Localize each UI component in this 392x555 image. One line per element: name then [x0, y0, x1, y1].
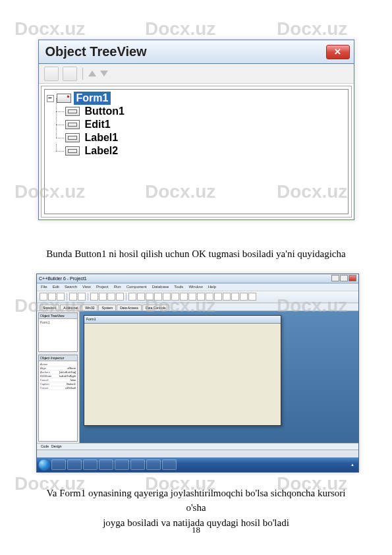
toolbar-button[interactable] [69, 293, 77, 301]
form-design-grid[interactable] [84, 324, 281, 425]
tree-root-label: Form1 [74, 92, 111, 105]
menu-item[interactable]: Project [96, 285, 109, 289]
tree-child-item[interactable]: Edit1 [65, 118, 346, 131]
taskbar-item[interactable] [67, 459, 82, 470]
palette-tab[interactable]: Data Controls [142, 305, 169, 310]
toolbar-button[interactable] [154, 293, 162, 301]
ide-bottom-tabs: Code Design [37, 443, 358, 450]
menu-item[interactable]: Window [188, 285, 202, 289]
bottom-tab[interactable]: Code [41, 444, 49, 448]
tree-mini-content: Form1 [40, 320, 76, 324]
toolbar-button[interactable] [188, 293, 196, 301]
toolbar-button[interactable] [57, 293, 65, 301]
tree-collapse-icon[interactable]: − [47, 95, 54, 102]
palette-tab[interactable]: Win32 [82, 305, 98, 310]
palette-tab[interactable]: System [98, 305, 116, 310]
menu-item[interactable]: Help [208, 285, 216, 289]
menu-item[interactable]: Run [114, 285, 121, 289]
ide-left-dock: Object TreeView Form1 Object Inspector A… [37, 311, 80, 443]
toolbar-button[interactable] [197, 293, 205, 301]
property-row[interactable]: CursorcrDefault [40, 386, 76, 390]
toolbar-button[interactable] [40, 293, 47, 301]
panel-header: Object Inspector [39, 355, 77, 361]
paragraph-1: Bunda Button1 ni hosil qilish uchun OK t… [36, 247, 356, 262]
treeview-body: − Form1 Button1 Edit1 Label1 [41, 86, 352, 218]
toolbar-button[interactable] [107, 293, 115, 301]
windows-taskbar: ▲ [37, 457, 358, 472]
menu-item[interactable]: Database [152, 285, 169, 289]
palette-tab[interactable]: Data Access [117, 305, 142, 310]
tree-root-item[interactable]: − Form1 [47, 92, 346, 105]
ide-statusbar [37, 450, 358, 457]
toolbar-button[interactable] [214, 293, 222, 301]
object-treeview-mini: Object TreeView Form1 [38, 312, 78, 352]
taskbar-item[interactable] [162, 459, 177, 470]
form-designer-window[interactable]: Form1 [84, 315, 281, 426]
close-button[interactable] [349, 275, 356, 281]
bottom-tab[interactable]: Design [51, 444, 62, 448]
menu-item[interactable]: Edit [53, 285, 59, 289]
close-button[interactable]: ✕ [326, 45, 350, 59]
taskbar-item[interactable] [51, 459, 66, 470]
component-icon [65, 107, 80, 116]
ide-title: C++Builder 6 - Project1 [39, 276, 87, 281]
tree-list: − Form1 Button1 Edit1 Label1 [44, 89, 349, 214]
minimize-button[interactable] [331, 275, 339, 281]
tray-icon[interactable]: ▲ [350, 463, 354, 467]
ide-form-designer-area: Form1 [80, 311, 358, 443]
page-content: Object TreeView ✕ − Form1 Button1 [0, 0, 392, 530]
toolbar-button[interactable] [146, 293, 154, 301]
tree-child-label: Edit1 [82, 118, 113, 131]
palette-tab[interactable]: Standard [40, 305, 59, 310]
component-icon [65, 146, 80, 156]
ide-titlebar: C++Builder 6 - Project1 [37, 274, 358, 283]
treeview-titlebar: Object TreeView ✕ [39, 40, 354, 64]
move-up-icon[interactable] [88, 71, 96, 76]
move-down-icon[interactable] [100, 71, 108, 76]
toolbar-button[interactable] [223, 293, 231, 301]
toolbar-new-icon[interactable] [44, 67, 59, 81]
maximize-button[interactable] [340, 275, 348, 281]
panel-header: Object TreeView [39, 313, 77, 319]
toolbar-button[interactable] [171, 293, 179, 301]
object-inspector: Object Inspector Action AlignalNone Anch… [38, 355, 78, 442]
taskbar-item[interactable] [115, 459, 129, 470]
menu-item[interactable]: File [41, 285, 47, 289]
tree-child-item[interactable]: Button1 [65, 105, 346, 118]
ide-window: C++Builder 6 - Project1 File Edit Search… [36, 274, 359, 473]
toolbar-button[interactable] [116, 293, 124, 301]
taskbar-item[interactable] [146, 459, 161, 470]
toolbar-separator [67, 293, 67, 301]
taskbar-item[interactable] [83, 459, 98, 470]
toolbar-button[interactable] [206, 293, 213, 301]
para2-line2: joyga bosiladi va natijada quydagi hosil… [103, 517, 289, 528]
component-icon [65, 133, 80, 142]
toolbar-separator [126, 293, 126, 301]
toolbar-button[interactable] [240, 293, 248, 301]
form-icon [57, 94, 71, 103]
toolbar-button[interactable] [231, 293, 239, 301]
toolbar-button[interactable] [137, 293, 145, 301]
toolbar-button[interactable] [163, 293, 171, 301]
taskbar-item[interactable] [130, 459, 145, 470]
tree-child-item[interactable]: Label2 [65, 144, 346, 158]
palette-tab[interactable]: Additional [60, 305, 81, 310]
toolbar-button[interactable] [248, 293, 256, 301]
toolbar-button[interactable] [78, 293, 86, 301]
toolbar-separator [88, 293, 88, 301]
tree-child-label: Label1 [82, 131, 121, 144]
toolbar-button[interactable] [48, 293, 56, 301]
toolbar-delete-icon[interactable] [63, 67, 77, 81]
tree-child-item[interactable]: Label1 [65, 131, 346, 144]
menu-item[interactable]: Tools [174, 285, 183, 289]
toolbar-button[interactable] [180, 293, 188, 301]
menu-item[interactable]: Search [65, 285, 77, 289]
toolbar-button[interactable] [90, 293, 98, 301]
toolbar-button[interactable] [128, 293, 136, 301]
menu-item[interactable]: View [82, 285, 91, 289]
toolbar-button[interactable] [99, 293, 107, 301]
menu-item[interactable]: Component [126, 285, 147, 289]
taskbar-item[interactable] [99, 459, 113, 470]
form-title: Form1 [84, 316, 281, 324]
start-button-icon[interactable] [38, 459, 50, 471]
